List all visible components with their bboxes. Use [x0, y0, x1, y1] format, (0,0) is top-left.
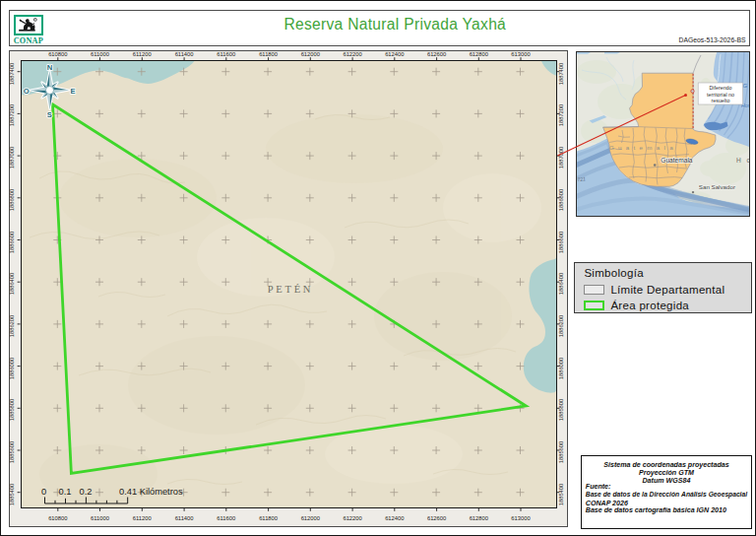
svg-text:Guatemala: Guatemala	[661, 157, 693, 164]
svg-text:N: N	[47, 63, 52, 72]
svg-text:G: G	[742, 83, 747, 89]
svg-text:resuelto: resuelto	[711, 98, 729, 103]
svg-text:721: 721	[577, 175, 586, 182]
svg-text:O: O	[24, 86, 30, 95]
svg-text:Diferendo: Diferendo	[709, 85, 731, 91]
svg-text:territorial no: territorial no	[707, 91, 734, 97]
svg-text:E: E	[71, 86, 76, 95]
svg-text:0: 0	[41, 487, 46, 497]
svg-text:Guatemala: Guatemala	[609, 143, 677, 150]
svg-text:San Salvador: San Salvador	[698, 183, 734, 190]
svg-text:PETÉN: PETÉN	[268, 284, 313, 295]
svg-text:0.41 Kilómetros: 0.41 Kilómetros	[119, 487, 183, 497]
svg-text:0.1: 0.1	[59, 487, 72, 497]
svg-text:H o: H o	[736, 157, 749, 164]
svg-text:S: S	[47, 110, 52, 119]
svg-text:0.2: 0.2	[80, 487, 93, 497]
